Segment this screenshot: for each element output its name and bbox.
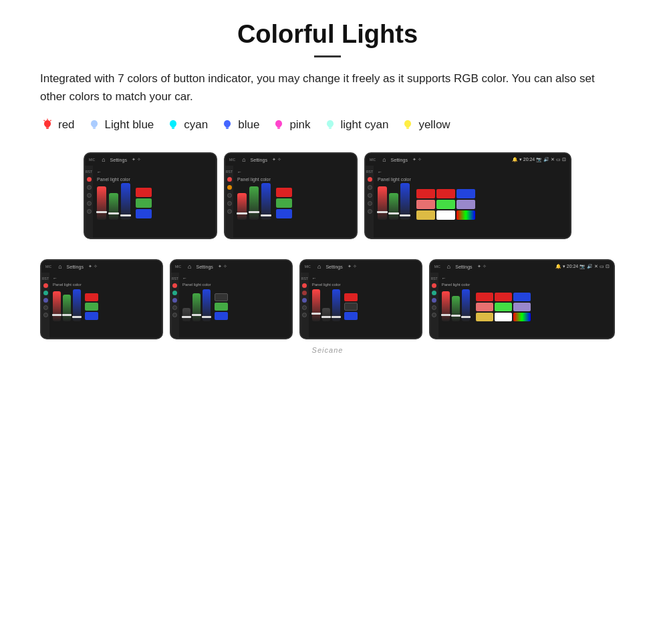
color-item-lightcyan: light cyan — [323, 118, 389, 132]
svg-point-12 — [224, 120, 231, 128]
green-slider — [109, 193, 118, 220]
color-box-r — [136, 188, 152, 197]
svg-point-21 — [404, 120, 411, 128]
bulb-icon-lightcyan — [323, 118, 338, 132]
device-6: MIC ⌂ Settings ✦ ✧ RST ← Panel light col… — [299, 259, 422, 339]
bulb-icon-lightblue — [87, 118, 102, 132]
home-icon: ⌂ — [102, 156, 105, 163]
color-label-lightblue: Light blue — [105, 118, 154, 132]
mic-label: MIC — [89, 158, 95, 162]
device-1-screen: ← Panel light color — [93, 166, 216, 239]
color-boxes — [136, 188, 152, 218]
svg-point-15 — [275, 120, 282, 128]
side-btn-2 — [87, 185, 92, 190]
bulb-icon-yellow — [400, 118, 415, 132]
color-label-yellow: yellow — [418, 118, 450, 132]
color-item-blue: blue — [220, 118, 259, 132]
svg-rect-23 — [407, 128, 410, 129]
svg-point-6 — [91, 120, 98, 128]
title-divider — [314, 55, 341, 57]
red-slider-thumb — [96, 211, 107, 213]
color-label-blue: blue — [238, 118, 259, 132]
blue-slider-bar — [121, 183, 130, 220]
svg-rect-7 — [92, 128, 96, 128]
blue-slider-thumb — [120, 214, 131, 216]
device-7-topbar: MIC ⌂ Settings ✦ ✧ 🔔 ▾ 20:24 📷 🔊 ✕ ▭ ⊡ — [430, 261, 614, 273]
side-btn-4 — [87, 201, 92, 206]
red-slider-bar — [97, 186, 106, 220]
power-btn — [87, 177, 92, 182]
device-1-sidebar: RST — [85, 166, 93, 239]
device-2-topbar: MIC ⌂ Settings ✦ ✧ — [225, 154, 356, 166]
red-slider — [97, 186, 106, 220]
svg-rect-14 — [226, 128, 229, 129]
svg-point-0 — [44, 120, 51, 128]
color-item-yellow: yellow — [400, 118, 450, 132]
color-item-cyan: cyan — [166, 118, 208, 132]
color-label-red: red — [58, 118, 75, 132]
bottom-devices-row: MIC ⌂ Settings ✦ ✧ RST ← Panel light col… — [40, 259, 615, 339]
device-1-body: RST ← Panel light color — [85, 166, 216, 239]
rst-label: RST — [86, 170, 92, 174]
device-1: MIC ⌂ Settings ✦ ✧ RST ← Panel — [84, 152, 217, 239]
svg-rect-19 — [328, 128, 332, 128]
color-item-red: red — [40, 118, 75, 132]
page-description: Integrated with 7 colors of button indic… — [40, 69, 615, 106]
settings-text: Settings — [110, 158, 127, 162]
side-btn-3 — [87, 193, 92, 198]
device-5: MIC ⌂ Settings ✦ ✧ RST ← Panel light col… — [170, 259, 293, 339]
svg-rect-13 — [226, 128, 229, 128]
panel-light-label: Panel light color — [97, 177, 212, 182]
device-4-topbar: MIC ⌂ Settings ✦ ✧ — [41, 261, 162, 273]
device-1-topbar: MIC ⌂ Settings ✦ ✧ — [85, 154, 216, 166]
device-2: MIC ⌂ Settings ✦ ✧ RST ← Panel light col… — [224, 152, 358, 239]
side-btn-5 — [87, 209, 92, 214]
svg-rect-20 — [329, 128, 332, 129]
svg-point-18 — [327, 120, 334, 128]
svg-line-4 — [44, 120, 45, 121]
bulb-icon-cyan — [166, 118, 180, 132]
svg-line-5 — [50, 120, 51, 121]
svg-rect-1 — [46, 128, 49, 128]
page-title: Colorful Lights — [40, 20, 615, 49]
svg-rect-2 — [46, 128, 49, 129]
back-arrow: ← — [97, 170, 212, 174]
color-box-b — [136, 209, 152, 218]
svg-rect-22 — [406, 128, 410, 128]
bulb-icon-pink — [271, 118, 286, 132]
device-6-topbar: MIC ⌂ Settings ✦ ✧ — [301, 261, 421, 273]
svg-rect-11 — [172, 128, 174, 129]
device-3: MIC ⌂ Settings ✦ ✧ 🔔 ▾ 20:24 📷 🔊 ✕ ▭ ⊡ R… — [364, 152, 571, 239]
color-label-pink: pink — [289, 118, 310, 132]
sliders-container — [97, 185, 212, 220]
color-label-cyan: cyan — [184, 118, 208, 132]
color-list: red Light blue cyan — [40, 118, 615, 132]
page-container: Colorful Lights Integrated with 7 colors… — [0, 0, 655, 381]
device-5-topbar: MIC ⌂ Settings ✦ ✧ — [171, 261, 291, 273]
device-3-topbar: MIC ⌂ Settings ✦ ✧ 🔔 ▾ 20:24 📷 🔊 ✕ ▭ ⊡ — [366, 154, 570, 166]
top-devices-row: MIC ⌂ Settings ✦ ✧ RST ← Panel — [40, 152, 615, 239]
color-label-lightcyan: light cyan — [341, 118, 389, 132]
svg-point-9 — [170, 120, 176, 128]
device-7: MIC ⌂ Settings ✦ ✧ 🔔 ▾ 20:24 📷 🔊 ✕ ▭ ⊡ R… — [429, 259, 615, 339]
color-box-g — [136, 198, 152, 208]
color-item-lightblue: Light blue — [87, 118, 154, 132]
green-slider-thumb — [108, 212, 119, 214]
nav-icons: ✦ ✧ — [132, 157, 141, 162]
svg-rect-17 — [278, 128, 281, 129]
svg-rect-8 — [93, 128, 96, 129]
device-4: MIC ⌂ Settings ✦ ✧ RST ← Panel light col… — [40, 259, 163, 339]
footer-brand: Seicane — [40, 346, 615, 354]
bulb-icon-blue — [220, 118, 235, 132]
blue-slider — [121, 183, 130, 220]
bulb-icon-red — [40, 118, 55, 132]
color-item-pink: pink — [271, 118, 310, 132]
svg-rect-16 — [277, 128, 281, 128]
svg-rect-10 — [172, 128, 175, 128]
green-slider-bar — [109, 193, 118, 220]
